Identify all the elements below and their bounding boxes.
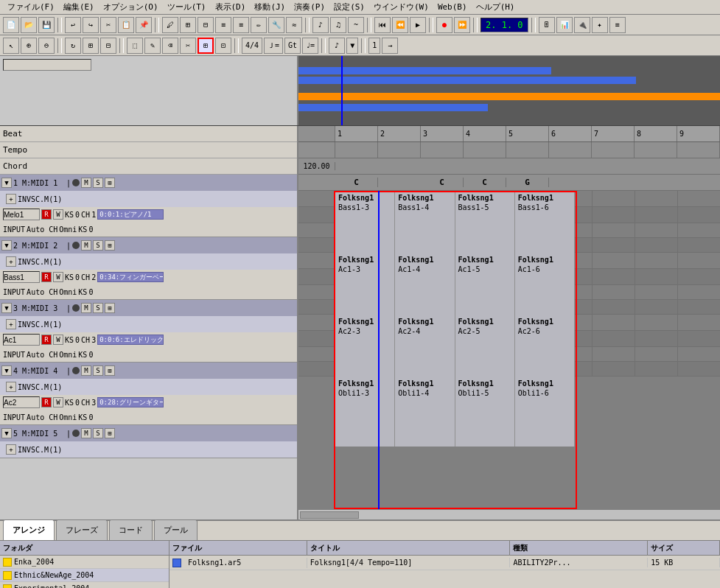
track-1-rec[interactable]: ⊞ [105,178,115,188]
track-1-name-input[interactable] [3,209,40,220]
track-1-w[interactable]: W [53,209,63,220]
track-4-s[interactable]: S [93,365,103,376]
pattern-obli-4[interactable]: Folksng1 Obli1-4 [395,377,455,447]
folder-ethnic[interactable]: Ethnic&NewAge_2004 [0,569,169,582]
pattern-bass-3[interactable]: Folksng1 Bass1-3 [335,191,395,261]
pattern-ac2-4[interactable]: Folksng1 Ac2-4 [395,315,455,385]
track-2-m[interactable]: M [81,240,91,251]
midi-btn2[interactable]: ♫ [330,17,346,33]
track-3-sub-expand[interactable]: + [6,319,16,329]
pattern-btn[interactable]: ⊞ [198,38,214,54]
track-1-circle[interactable] [72,179,80,186]
zoom-in-btn[interactable]: ⊕ [21,38,37,54]
play-button[interactable]: ▶ [410,17,426,33]
pattern-ac2-6[interactable]: Folksng1 Ac2-6 [515,315,575,385]
pointer-tool[interactable]: ↖ [3,38,19,54]
menu-window[interactable]: ウインドウ(W) [369,0,433,14]
tool-btn-5[interactable]: ≡ [233,17,249,33]
tab-chord[interactable]: コード [109,519,153,540]
track-3-circle[interactable] [72,304,80,312]
pattern-bass-6[interactable]: Folksng1 Bass1-6 [515,191,575,261]
back-button[interactable]: ⏪ [392,17,408,33]
test-input[interactable]: test [3,59,91,71]
track-1-s[interactable]: S [93,178,103,188]
menu-tools[interactable]: ツール(T) [163,0,211,14]
track-4-m[interactable]: M [81,365,91,376]
track-expand-5[interactable]: ▼ [1,428,12,438]
track-2-rec[interactable]: ⊞ [105,240,115,251]
prev-button[interactable]: ⏮ [374,17,391,33]
track-3-w[interactable]: W [53,335,63,345]
menu-move[interactable]: 移動(J) [250,0,290,14]
copy-button[interactable]: 📋 [118,17,134,33]
effect-btn[interactable]: ✦ [592,17,608,33]
track-expand-3[interactable]: ▼ [1,303,12,313]
select-btn[interactable]: ⬚ [127,38,143,54]
extra-btn[interactable]: ≡ [609,17,626,33]
tab-arrange[interactable]: アレンジ [3,519,55,540]
loop-btn[interactable]: ↻ [65,38,81,54]
track-2-r[interactable]: R [41,272,52,282]
track-expand-1[interactable]: ▼ [1,178,12,188]
track-3-s[interactable]: S [93,303,103,313]
timeline-scrollbar[interactable] [298,509,720,519]
track-2-w[interactable]: W [53,272,63,282]
open-button[interactable]: 📂 [21,17,37,33]
scissors-btn[interactable]: ✂ [180,38,196,54]
tool-btn-7[interactable]: 🔧 [268,17,284,33]
track-2-sub-expand[interactable]: + [6,256,16,267]
folder-experimental[interactable]: Experimental_2004 [0,582,169,588]
pattern-ac1-3[interactable]: Folksng1 Ac1-3 [335,253,395,323]
pattern-grid[interactable]: Folksng1 Bass1-3 Folksng1 Bass1-4 Folksn… [335,191,575,438]
track-1-m[interactable]: M [81,178,91,188]
count-btn[interactable]: 1 [368,38,380,54]
zoom-out-btn[interactable]: ⊖ [38,38,55,54]
vel-btn[interactable]: ▼ [346,38,358,54]
track-4-rec[interactable]: ⊞ [105,365,115,376]
new-button[interactable]: 📄 [3,17,19,33]
tool-btn-1[interactable]: 🖊 [162,17,178,33]
pencil-btn[interactable]: ✎ [144,38,161,54]
tempo-gt-btn[interactable]: Gt [284,38,301,54]
pattern-bass-4[interactable]: Folksng1 Bass1-4 [395,191,455,261]
tab-phrase[interactable]: フレーズ [56,519,108,540]
track-4-sub-expand[interactable]: + [6,382,16,392]
eq-btn[interactable]: 📊 [556,17,573,33]
quantize-btn[interactable]: → [382,38,398,54]
track-5-circle[interactable] [72,430,80,437]
track-expand-4[interactable]: ▼ [1,365,12,376]
menu-help[interactable]: ヘルプ(H) [472,0,520,14]
pattern-ac2-5[interactable]: Folksng1 Ac2-5 [455,315,515,385]
track-5-m[interactable]: M [81,428,91,438]
pattern-obli-6[interactable]: Folksng1 Obli1-6 [515,377,575,447]
track-1-r[interactable]: R [41,209,52,220]
track-expand-2[interactable]: ▼ [1,240,12,251]
tool-btn-2[interactable]: ⊞ [180,17,196,33]
mixer-btn[interactable]: 🎚 [539,17,555,33]
track-2-s[interactable]: S [93,240,103,251]
track-1-sub-expand[interactable]: + [6,194,16,204]
track-3-r[interactable]: R [41,335,52,345]
cut-button[interactable]: ✂ [100,17,116,33]
track-4-circle[interactable] [72,367,80,374]
tool-btn-8[interactable]: ≈ [286,17,302,33]
folder-enka[interactable]: Enka_2004 [0,556,169,569]
midi-btn3[interactable]: ~ [348,17,364,33]
pattern-ac2-3[interactable]: Folksng1 Ac2-3 [335,315,395,385]
menu-options[interactable]: オプション(O) [99,0,163,14]
track-2-circle[interactable] [72,242,80,249]
time-sig-btn[interactable]: 4/4 [242,38,262,54]
glue-btn[interactable]: ⊡ [215,38,231,54]
pattern-obli-3[interactable]: Folksng1 Obli1-3 [335,377,395,447]
track-4-r[interactable]: R [41,397,52,407]
pattern-ac1-5[interactable]: Folksng1 Ac1-5 [455,253,515,323]
pattern-obli-5[interactable]: Folksng1 Obli1-5 [455,377,515,447]
track-2-name-input[interactable] [3,271,40,283]
track-5-rec[interactable]: ⊞ [105,428,115,438]
erase-btn[interactable]: ⌫ [162,38,178,54]
track-4-w[interactable]: W [53,397,63,407]
metronome-btn[interactable]: ♩= [302,38,318,54]
fast-fwd-button[interactable]: ⏩ [454,17,470,33]
midi-btn[interactable]: ♪ [312,17,329,33]
snap-btn[interactable]: ⊞ [83,38,99,54]
